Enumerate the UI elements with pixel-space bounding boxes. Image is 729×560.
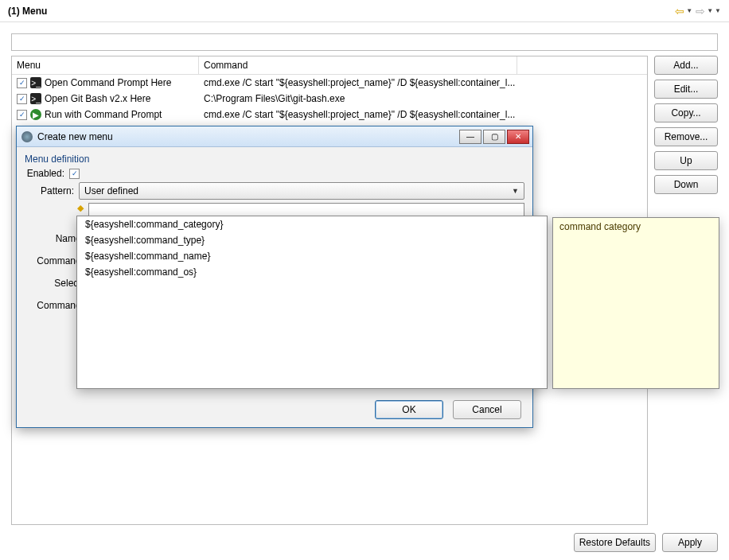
enabled-label: Enabled: [20, 168, 64, 179]
cancel-button[interactable]: Cancel [453, 400, 521, 419]
pattern-value: User defined [84, 185, 138, 196]
table-row[interactable]: ✓>_Open Git Bash v2.x HereC:\Program Fil… [12, 91, 647, 107]
titlebar: (1) Menu ⇦ ▼ ⇨ ▼ ▼ [0, 0, 729, 22]
footer-buttons: Restore Defaults Apply [574, 533, 718, 552]
ok-button[interactable]: OK [375, 400, 443, 419]
terminal-icon: >_ [30, 93, 41, 104]
up-button[interactable]: Up [654, 151, 718, 170]
back-icon[interactable]: ⇦ [675, 5, 684, 18]
filter-input[interactable] [11, 33, 718, 51]
page-title: (1) Menu [8, 6, 47, 17]
forward-icon[interactable]: ⇨ [696, 5, 705, 18]
terminal-icon: >_ [30, 77, 41, 88]
select-label: Select: [25, 278, 84, 289]
run-icon: ▶ [30, 109, 41, 120]
back-dropdown-icon[interactable]: ▼ [686, 7, 692, 14]
apply-button[interactable]: Apply [662, 533, 718, 552]
dialog-titlebar[interactable]: Create new menu — ▢ ✕ [17, 126, 532, 147]
dialog-title: Create new menu [37, 131, 113, 142]
autocomplete-item[interactable]: ${easyshell:command_os} [77, 264, 547, 280]
name-label: Name: [25, 233, 84, 244]
autocomplete-item[interactable]: ${easyshell:command_category} [77, 216, 547, 232]
forward-dropdown-icon[interactable]: ▼ [707, 7, 713, 14]
edit-button[interactable]: Edit... [654, 80, 718, 99]
autocomplete-popup: ${easyshell:command_category}${easyshell… [76, 216, 548, 389]
tooltip-text: command category [559, 221, 641, 232]
table-header: Menu Command [12, 56, 647, 75]
cell-command: cmd.exe /C start "${easyshell:project_na… [199, 77, 517, 88]
close-button[interactable]: ✕ [507, 130, 529, 144]
remove-button[interactable]: Remove... [654, 127, 718, 146]
autocomplete-item[interactable]: ${easyshell:command_name} [77, 248, 547, 264]
column-header-command[interactable]: Command [199, 56, 517, 74]
restore-defaults-button[interactable]: Restore Defaults [574, 533, 656, 552]
cell-menu: ✓>_Open Git Bash v2.x Here [12, 93, 199, 104]
cell-menu-text: Open Command Prompt Here [45, 77, 171, 88]
cell-menu: ✓>_Open Command Prompt Here [12, 77, 199, 88]
row-checkbox[interactable]: ✓ [17, 78, 27, 88]
pattern-select[interactable]: User defined ▼ [79, 182, 524, 200]
hint-icon: ◆ [77, 203, 84, 213]
table-row[interactable]: ✓▶Run with Command Promptcmd.exe /C star… [12, 107, 647, 122]
cell-menu-text: Open Git Bash v2.x Here [45, 93, 150, 104]
dialog-section-title: Menu definition [25, 154, 524, 165]
copy-button[interactable]: Copy... [654, 103, 718, 122]
chevron-down-icon: ▼ [512, 187, 519, 195]
cell-menu-text: Run with Command Prompt [45, 109, 162, 120]
tooltip: command category [552, 217, 719, 389]
enabled-checkbox[interactable]: ✓ [69, 169, 80, 179]
row-checkbox[interactable]: ✓ [17, 110, 27, 120]
add-button[interactable]: Add... [654, 56, 718, 75]
cell-command: cmd.exe /C start "${easyshell:project_na… [199, 109, 517, 120]
nav-arrows: ⇦ ▼ ⇨ ▼ ▼ [675, 5, 721, 18]
maximize-button[interactable]: ▢ [483, 130, 505, 144]
dialog-icon [21, 131, 33, 142]
command-label: Command: [25, 255, 84, 266]
cell-menu: ✓▶Run with Command Prompt [12, 109, 199, 120]
command2-label: Command: [25, 300, 84, 311]
down-button[interactable]: Down [654, 175, 718, 194]
minimize-button[interactable]: — [459, 130, 481, 144]
row-checkbox[interactable]: ✓ [17, 94, 27, 104]
menu-dropdown-icon[interactable]: ▼ [715, 7, 721, 14]
column-header-menu[interactable]: Menu [12, 56, 199, 74]
table-row[interactable]: ✓>_Open Command Prompt Herecmd.exe /C st… [12, 75, 647, 91]
pattern-label: Pattern: [25, 185, 74, 196]
cell-command: C:\Program Files\Git\git-bash.exe [199, 93, 517, 104]
autocomplete-item[interactable]: ${easyshell:command_type} [77, 232, 547, 248]
